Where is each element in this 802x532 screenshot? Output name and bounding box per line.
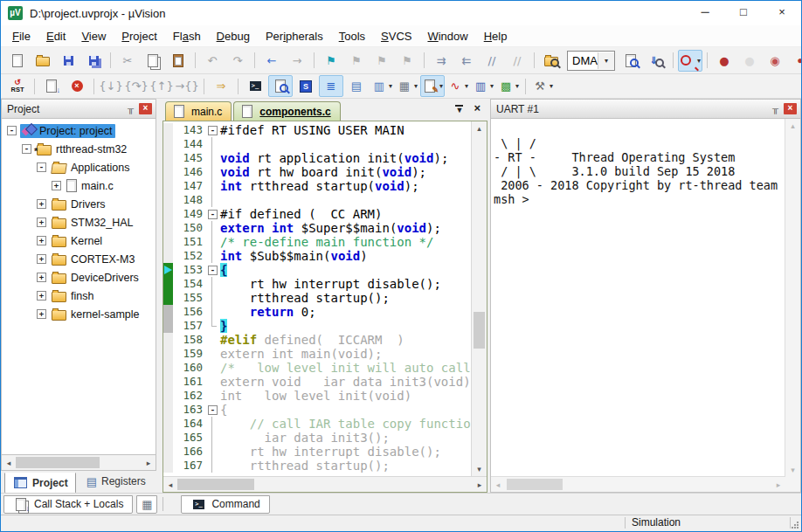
- stop-run-button[interactable]: ×: [65, 75, 89, 97]
- menu-window[interactable]: Window: [419, 27, 475, 45]
- tree-item-finsh[interactable]: +finsh: [2, 287, 156, 305]
- tree-item-cortex-m3[interactable]: +CORTEX-M3: [2, 250, 156, 268]
- new-file-button[interactable]: [5, 50, 30, 72]
- dropdown-caret-icon[interactable]: ▾: [515, 82, 519, 90]
- project-hscrollbar[interactable]: ◂ ▸: [1, 455, 156, 471]
- tree-item-project-project[interactable]: -Project: project: [2, 121, 156, 140]
- clear-all-bookmarks-button[interactable]: ⚑: [395, 50, 419, 72]
- scroll-thumb[interactable]: [177, 479, 254, 490]
- scroll-thumb[interactable]: [474, 312, 485, 349]
- code-line[interactable]: 162int __low_level_init(void): [163, 389, 471, 403]
- goto-prev-bookmark-button[interactable]: ⚑: [370, 50, 394, 72]
- close-icon[interactable]: ×: [784, 103, 797, 114]
- expand-icon[interactable]: +: [37, 254, 46, 264]
- symbol-window-button[interactable]: S: [294, 75, 318, 97]
- coverage-margin[interactable]: [163, 333, 173, 347]
- coverage-margin[interactable]: [163, 207, 173, 221]
- code-line[interactable]: 158#elif defined(__ICCARM__): [163, 333, 471, 347]
- combo-dropdown-icon[interactable]: ▾: [598, 52, 614, 69]
- coverage-margin[interactable]: [163, 193, 173, 207]
- undo-button[interactable]: ↶: [200, 50, 225, 72]
- vertical-splitter[interactable]: [156, 99, 162, 493]
- code-line[interactable]: 165 __iar_data_init3();: [163, 431, 471, 445]
- expand-icon[interactable]: +: [37, 218, 46, 227]
- coverage-margin[interactable]: [163, 123, 173, 137]
- tree-item-drivers[interactable]: +Drivers: [2, 195, 156, 213]
- dropdown-caret-icon[interactable]: ▾: [439, 82, 443, 90]
- coverage-margin[interactable]: [163, 417, 173, 431]
- scroll-up-icon[interactable]: ▴: [786, 119, 800, 133]
- uart-vscrollbar[interactable]: ▴ ▾: [785, 119, 800, 477]
- expand-icon[interactable]: +: [37, 309, 46, 319]
- code-line[interactable]: 148: [163, 193, 471, 207]
- editor-vscrollbar[interactable]: ▴ ▾: [471, 121, 487, 476]
- menu-edit[interactable]: Edit: [38, 27, 73, 45]
- coverage-margin[interactable]: [163, 221, 173, 235]
- expand-icon[interactable]: +: [37, 199, 46, 209]
- run-to-line-button[interactable]: ↓: [39, 75, 64, 97]
- coverage-margin[interactable]: [163, 403, 173, 417]
- code-line[interactable]: 167 rtthread_startup();: [163, 459, 471, 473]
- step-over-button[interactable]: {↷}: [124, 75, 149, 97]
- tab-command[interactable]: >_ Command: [181, 495, 269, 514]
- close-button[interactable]: ×: [763, 1, 801, 25]
- scroll-right-icon[interactable]: ▸: [473, 480, 487, 489]
- coverage-margin[interactable]: [163, 347, 173, 361]
- code-line[interactable]: 155 rtthread_startup();: [163, 291, 471, 305]
- code-line[interactable]: 159extern int main(void);: [163, 347, 471, 361]
- open-file-button[interactable]: [31, 50, 55, 72]
- search-combo[interactable]: DMA▾: [567, 51, 615, 71]
- pin-icon[interactable]: ╥: [125, 104, 136, 114]
- tree-item-rtthread-stm32[interactable]: -rtthread-stm32: [2, 140, 156, 158]
- code-line[interactable]: 157}: [163, 319, 471, 333]
- coverage-margin[interactable]: [163, 459, 173, 473]
- scroll-thumb[interactable]: [507, 479, 563, 490]
- uncomment-selection-button[interactable]: //: [505, 50, 529, 72]
- code-line[interactable]: 146void rt_hw_board_init(void);: [163, 165, 471, 179]
- dropdown-caret-icon[interactable]: ▾: [389, 82, 392, 90]
- unindent-button[interactable]: ⇇: [454, 50, 479, 72]
- coverage-margin[interactable]: [163, 305, 173, 319]
- goto-next-bookmark-button[interactable]: ⚑: [344, 50, 369, 72]
- step-into-button[interactable]: {↓}: [99, 75, 123, 97]
- disassembly-window-button[interactable]: [268, 75, 293, 97]
- code-line[interactable]: 153-{: [163, 263, 471, 277]
- expand-icon[interactable]: +: [37, 291, 46, 301]
- code-editor[interactable]: 143-#ifdef RT_USING_USER_MAIN144145void …: [163, 121, 471, 476]
- dropdown-caret-icon[interactable]: ▾: [414, 82, 418, 90]
- search-combo-value[interactable]: DMA: [568, 54, 598, 67]
- indent-button[interactable]: ⇉: [429, 50, 453, 72]
- coverage-margin[interactable]: [163, 389, 173, 403]
- disable-all-breakpoints-button[interactable]: ◉: [763, 50, 787, 72]
- scroll-left-icon[interactable]: ◂: [491, 478, 505, 492]
- tree-item-devicedrivers[interactable]: +DeviceDrivers: [2, 268, 156, 287]
- tab-call-stack-locals[interactable]: ↓ Call Stack + Locals: [3, 495, 133, 514]
- incremental-find-button[interactable]: ⇓: [644, 50, 668, 72]
- analysis-windows-button[interactable]: ▤: [344, 75, 369, 97]
- coverage-margin[interactable]: [163, 431, 173, 445]
- save-button[interactable]: [56, 50, 80, 72]
- editor-hscrollbar[interactable]: ◂ ▸: [163, 476, 487, 492]
- dropdown-caret-icon[interactable]: ▾: [490, 82, 494, 90]
- step-out-button[interactable]: {↑}: [149, 75, 174, 97]
- scroll-down-icon[interactable]: ▾: [477, 462, 481, 476]
- minimize-button[interactable]: ─: [686, 1, 724, 25]
- dropdown-caret-icon[interactable]: ▾: [550, 82, 553, 90]
- dropdown-caret-icon[interactable]: ▾: [465, 82, 468, 90]
- paste-button[interactable]: [166, 50, 190, 72]
- code-line[interactable]: 160/* __low_level_init will auto called: [163, 361, 471, 375]
- save-all-button[interactable]: [81, 50, 106, 72]
- tab-main-c[interactable]: main.c: [165, 101, 232, 121]
- code-line[interactable]: 147int rtthread_startup(void);: [163, 179, 471, 193]
- resize-grip-icon[interactable]: [792, 522, 799, 529]
- close-document-icon[interactable]: ×: [474, 104, 481, 113]
- fold-collapse-icon[interactable]: -: [208, 126, 218, 135]
- code-line[interactable]: 164 // call IAR table copy function.: [163, 417, 471, 431]
- coverage-margin[interactable]: [163, 445, 173, 459]
- scroll-left-icon[interactable]: ◂: [2, 459, 16, 467]
- navigate-forward-button[interactable]: →: [285, 50, 309, 72]
- pin-icon[interactable]: ╥: [770, 104, 781, 114]
- menu-flash[interactable]: Flash: [165, 27, 209, 45]
- kill-all-breakpoints-button[interactable]: ●×: [788, 50, 802, 72]
- navigate-back-button[interactable]: ←: [259, 50, 284, 72]
